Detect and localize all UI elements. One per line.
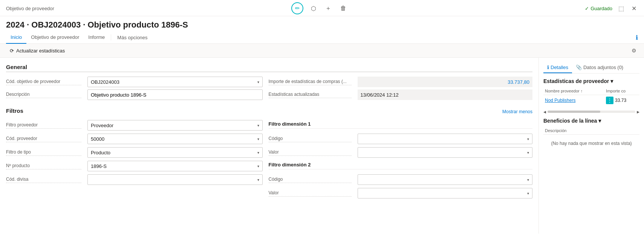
label-dim2-value: Valor [269, 190, 352, 197]
scroll-track [548, 111, 635, 113]
tab-informe[interactable]: Informe [84, 31, 109, 44]
field-dim2-code[interactable]: ▾ [358, 174, 533, 185]
chevron-down-icon: ▾ [527, 151, 529, 155]
field-dim2-value[interactable]: ▾ [358, 188, 533, 198]
tab-details[interactable]: ℹ Detalles [543, 62, 572, 73]
field-filtro-tipo[interactable]: Producto ▾ [87, 147, 263, 158]
benefits-table: Descripción (No hay nada que mostrar en … [543, 127, 639, 152]
edit-button[interactable]: ✏ [291, 2, 303, 14]
field-cod-divisa[interactable]: ▾ [87, 174, 263, 185]
action-bar-left: ⟳ Actualizar estadísticas [6, 46, 69, 55]
vendor-row: Nod Publishers ⋮ 33.73 [543, 95, 639, 106]
chevron-down-icon: ▾ [527, 191, 529, 195]
nav-separator [111, 34, 111, 40]
label-num-producto: Nº producto [6, 163, 81, 169]
label-stats-updated: Estadísticas actualizadas [269, 92, 352, 98]
page-title-area: 2024 · OBJ2024003 · Objetivo producto 18… [0, 16, 644, 31]
info-icon: ℹ [547, 65, 549, 70]
chevron-down-icon: ▾ [527, 137, 529, 141]
tab-objetivo-proveedor[interactable]: Objetivo de proveedor [26, 31, 84, 44]
stats-updated-value: 13/06/2024 12:12 [358, 89, 533, 100]
checkmark-icon: ✓ [585, 6, 589, 11]
toolbar-right: ✓ Guardado ⬚ ✕ [585, 3, 638, 14]
chevron-down-icon: ▾ [257, 137, 259, 141]
main-layout: General Cód. objetivo de proveedor OBJ20… [0, 58, 644, 234]
scroll-thumb [548, 111, 600, 113]
saved-label: ✓ Guardado [585, 6, 612, 11]
nav-tabs: Inicio Objetivo de proveedor Informe Más… [0, 31, 644, 44]
label-importe-stats: Importe de estadísticas de compras (... [269, 79, 352, 85]
tab-attachments[interactable]: 📎 Datos adjuntos (0) [572, 62, 627, 73]
general-form: Cód. objetivo de proveedor OBJ2024003 ▾ … [6, 77, 532, 100]
close-button[interactable]: ✕ [630, 3, 638, 14]
field-cod-proveedor[interactable]: 50000 ▾ [87, 134, 263, 144]
field-filtro-proveedor[interactable]: Proveedor ▾ [87, 120, 263, 131]
label-dim1-value: Valor [269, 149, 352, 156]
dimension2-title: Filtro dimensión 2 [269, 162, 533, 169]
field-dim1-code[interactable]: ▾ [358, 134, 533, 144]
label-dim1-code: Código [269, 136, 352, 142]
tab-more-options[interactable]: Más opciones [113, 32, 152, 43]
scroll-right-icon[interactable]: ▸ [637, 109, 639, 115]
chevron-down-icon: ▾ [257, 123, 259, 128]
field-dim1-value[interactable]: ▾ [358, 147, 533, 158]
dimension1-title: Filtro dimensión 1 [269, 121, 533, 129]
update-stats-button[interactable]: ⟳ Actualizar estadísticas [6, 46, 69, 55]
benefits-empty-msg: (No hay nada que mostrar en esta vista) [543, 135, 639, 152]
paperclip-icon: 📎 [576, 65, 582, 70]
vendor-stats-title[interactable]: Estadísticas de proveedor ▾ [543, 78, 639, 84]
col-vendor-name: Nombre proveedor ↑ [543, 87, 604, 95]
delete-button[interactable]: 🗑 [339, 3, 348, 13]
add-button[interactable]: ＋ [324, 3, 333, 14]
share-button[interactable]: ⬡ [309, 3, 318, 14]
field-cod-objetivo[interactable]: OBJ2024003 ▾ [87, 77, 263, 87]
tab-inicio[interactable]: Inicio [6, 31, 26, 44]
main-content: General Cód. objetivo de proveedor OBJ20… [0, 58, 538, 234]
descripcion-input[interactable] [91, 92, 259, 98]
label-filtro-proveedor: Filtro proveedor [6, 122, 81, 129]
field-num-producto[interactable]: 1896-S ▾ [87, 161, 263, 171]
benefits-title[interactable]: Beneficios de la línea ▾ [543, 118, 639, 124]
filters-section: Filtros Mostrar menos Filtro proveedor P… [6, 108, 532, 198]
label-cod-objetivo: Cód. objetivo de proveedor [6, 79, 81, 85]
side-panel: ℹ Detalles 📎 Datos adjuntos (0) Estadíst… [538, 58, 644, 234]
toolbar-center: ✏ ⬡ ＋ 🗑 [291, 2, 348, 14]
chevron-down-icon: ▾ [610, 78, 613, 84]
chevron-down-icon: ▾ [598, 118, 601, 124]
vendor-name-link[interactable]: Nod Publishers [545, 98, 575, 103]
field-descripcion[interactable] [87, 89, 263, 100]
general-section: General Cód. objetivo de proveedor OBJ20… [6, 64, 532, 100]
filters-header: Filtros Mostrar menos [6, 108, 532, 115]
refresh-icon: ⟳ [10, 48, 14, 54]
label-descripcion: Descripción [6, 92, 81, 98]
top-bar: Objetivo de proveedor ✏ ⬡ ＋ 🗑 ✓ Guardado… [0, 0, 644, 16]
info-icon[interactable]: ℹ [636, 34, 638, 41]
scroll-left-icon[interactable]: ◂ [543, 109, 546, 115]
label-cod-divisa: Cód. divisa [6, 177, 81, 183]
chevron-down-icon: ▾ [527, 178, 529, 182]
action-bar: ⟳ Actualizar estadísticas ⚙ [0, 44, 644, 58]
side-panel-tabs: ℹ Detalles 📎 Datos adjuntos (0) [543, 62, 639, 74]
general-title: General [6, 64, 532, 72]
col-vendor-amount: Importe co [604, 87, 639, 95]
vendor-stats-table: Nombre proveedor ↑ Importe co Nod Publis… [543, 87, 639, 106]
chevron-down-icon: ▾ [257, 151, 259, 155]
page-title: 2024 · OBJ2024003 · Objetivo producto 18… [6, 20, 638, 30]
vendor-row-actions: ⋮ [606, 97, 613, 104]
filters-title: Filtros [6, 108, 23, 115]
breadcrumb: Objetivo de proveedor [6, 6, 54, 11]
label-dim2-code: Código [269, 177, 352, 183]
vendor-action-button[interactable]: ⋮ [606, 97, 613, 104]
scroll-nav: ◂ ▸ [543, 109, 639, 115]
benefits-empty-row: (No hay nada que mostrar en esta vista) [543, 135, 639, 152]
chevron-down-icon: ▾ [257, 164, 259, 168]
label-cod-proveedor: Cód. proveedor [6, 136, 81, 142]
label-filtro-tipo: Filtro de tipo [6, 149, 81, 156]
col-description: Descripción [543, 127, 639, 135]
expand-button[interactable]: ⬚ [617, 3, 626, 14]
filters-form: Filtro proveedor Proveedor ▾ Filtro dime… [6, 120, 532, 198]
settings-icon[interactable]: ⚙ [630, 46, 638, 55]
show-less-button[interactable]: Mostrar menos [502, 109, 532, 114]
chevron-down-icon: ▾ [257, 80, 259, 84]
chevron-down-icon: ▾ [257, 178, 259, 182]
